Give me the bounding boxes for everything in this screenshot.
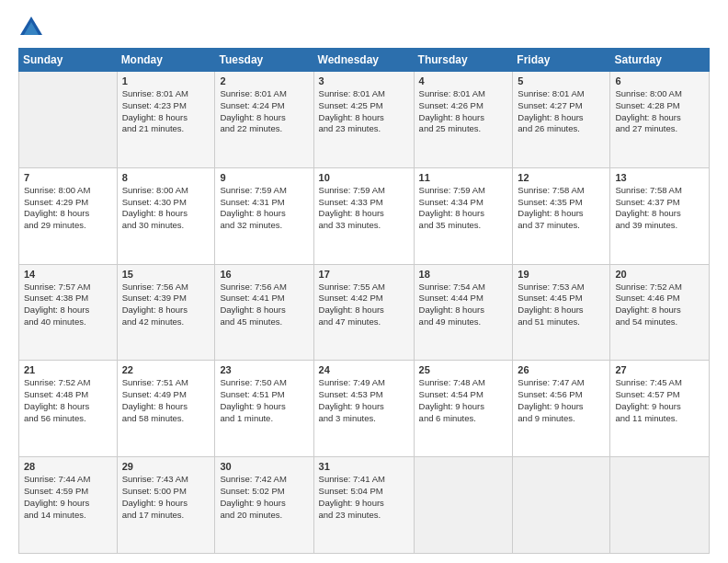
day-number: 31 — [319, 461, 409, 472]
day-info: Sunrise: 7:56 AM Sunset: 4:39 PM Dayligh… — [122, 282, 210, 328]
day-number: 28 — [24, 461, 112, 472]
calendar-week-2: 7Sunrise: 8:00 AM Sunset: 4:29 PM Daylig… — [19, 167, 710, 264]
day-number: 9 — [220, 172, 308, 183]
calendar-header-row: SundayMondayTuesdayWednesdayThursdayFrid… — [19, 49, 710, 72]
calendar-cell: 30Sunrise: 7:42 AM Sunset: 5:02 PM Dayli… — [215, 457, 313, 554]
calendar-cell — [610, 457, 710, 554]
day-info: Sunrise: 7:45 AM Sunset: 4:57 PM Dayligh… — [615, 377, 704, 424]
calendar-week-4: 21Sunrise: 7:52 AM Sunset: 4:48 PM Dayli… — [19, 361, 710, 457]
header-saturday: Saturday — [610, 49, 710, 72]
header-sunday: Sunday — [19, 49, 118, 72]
day-info: Sunrise: 7:43 AM Sunset: 5:00 PM Dayligh… — [122, 474, 210, 521]
calendar-cell — [513, 457, 610, 554]
day-number: 22 — [122, 364, 210, 375]
calendar-cell: 8Sunrise: 8:00 AM Sunset: 4:30 PM Daylig… — [117, 167, 215, 264]
day-number: 19 — [518, 269, 605, 280]
calendar-cell: 6Sunrise: 8:00 AM Sunset: 4:28 PM Daylig… — [610, 72, 710, 168]
day-info: Sunrise: 7:42 AM Sunset: 5:02 PM Dayligh… — [220, 474, 308, 521]
day-number: 3 — [319, 75, 409, 86]
day-number: 13 — [615, 172, 704, 183]
day-info: Sunrise: 8:00 AM Sunset: 4:29 PM Dayligh… — [24, 185, 112, 232]
calendar-week-1: 1Sunrise: 8:01 AM Sunset: 4:23 PM Daylig… — [19, 72, 710, 168]
calendar-cell: 5Sunrise: 8:01 AM Sunset: 4:27 PM Daylig… — [513, 72, 610, 168]
calendar-cell: 21Sunrise: 7:52 AM Sunset: 4:48 PM Dayli… — [19, 361, 118, 457]
day-info: Sunrise: 7:44 AM Sunset: 4:59 PM Dayligh… — [24, 474, 112, 521]
calendar-cell: 10Sunrise: 7:59 AM Sunset: 4:33 PM Dayli… — [313, 167, 414, 264]
day-info: Sunrise: 8:01 AM Sunset: 4:25 PM Dayligh… — [319, 88, 409, 135]
calendar-cell — [414, 457, 513, 554]
calendar-cell: 13Sunrise: 7:58 AM Sunset: 4:37 PM Dayli… — [610, 167, 710, 264]
day-info: Sunrise: 7:51 AM Sunset: 4:49 PM Dayligh… — [122, 377, 210, 424]
day-info: Sunrise: 7:59 AM Sunset: 4:34 PM Dayligh… — [419, 185, 508, 232]
calendar-cell: 31Sunrise: 7:41 AM Sunset: 5:04 PM Dayli… — [313, 457, 414, 554]
day-number: 30 — [220, 461, 308, 472]
header-friday: Friday — [513, 49, 610, 72]
day-info: Sunrise: 7:53 AM Sunset: 4:45 PM Dayligh… — [518, 282, 605, 328]
day-number: 8 — [122, 172, 210, 183]
calendar-cell: 1Sunrise: 8:01 AM Sunset: 4:23 PM Daylig… — [117, 72, 215, 168]
day-number: 18 — [419, 269, 508, 280]
day-number: 25 — [419, 364, 508, 375]
calendar-week-3: 14Sunrise: 7:57 AM Sunset: 4:38 PM Dayli… — [19, 264, 710, 361]
calendar-cell: 9Sunrise: 7:59 AM Sunset: 4:31 PM Daylig… — [215, 167, 313, 264]
calendar-cell: 16Sunrise: 7:56 AM Sunset: 4:41 PM Dayli… — [215, 264, 313, 361]
day-number: 11 — [419, 172, 508, 183]
calendar-cell: 18Sunrise: 7:54 AM Sunset: 4:44 PM Dayli… — [414, 264, 513, 361]
calendar-cell: 7Sunrise: 8:00 AM Sunset: 4:29 PM Daylig… — [19, 167, 118, 264]
day-info: Sunrise: 7:59 AM Sunset: 4:33 PM Dayligh… — [319, 185, 409, 232]
calendar-cell — [19, 72, 118, 168]
calendar: SundayMondayTuesdayWednesdayThursdayFrid… — [18, 48, 710, 554]
calendar-cell: 3Sunrise: 8:01 AM Sunset: 4:25 PM Daylig… — [313, 72, 414, 168]
day-info: Sunrise: 8:01 AM Sunset: 4:23 PM Dayligh… — [122, 88, 210, 135]
day-number: 14 — [24, 269, 112, 280]
calendar-cell: 23Sunrise: 7:50 AM Sunset: 4:51 PM Dayli… — [215, 361, 313, 457]
calendar-cell: 22Sunrise: 7:51 AM Sunset: 4:49 PM Dayli… — [117, 361, 215, 457]
calendar-body: 1Sunrise: 8:01 AM Sunset: 4:23 PM Daylig… — [19, 72, 710, 554]
calendar-cell: 4Sunrise: 8:01 AM Sunset: 4:26 PM Daylig… — [414, 72, 513, 168]
day-number: 21 — [24, 364, 112, 375]
day-info: Sunrise: 7:48 AM Sunset: 4:54 PM Dayligh… — [419, 377, 508, 424]
day-info: Sunrise: 8:01 AM Sunset: 4:26 PM Dayligh… — [419, 88, 508, 135]
day-info: Sunrise: 7:55 AM Sunset: 4:42 PM Dayligh… — [319, 282, 409, 328]
calendar-cell: 28Sunrise: 7:44 AM Sunset: 4:59 PM Dayli… — [19, 457, 118, 554]
header-wednesday: Wednesday — [313, 49, 414, 72]
calendar-cell: 26Sunrise: 7:47 AM Sunset: 4:56 PM Dayli… — [513, 361, 610, 457]
day-number: 16 — [220, 269, 308, 280]
day-info: Sunrise: 7:41 AM Sunset: 5:04 PM Dayligh… — [319, 474, 409, 521]
day-number: 26 — [518, 364, 605, 375]
calendar-cell: 14Sunrise: 7:57 AM Sunset: 4:38 PM Dayli… — [19, 264, 118, 361]
day-info: Sunrise: 7:56 AM Sunset: 4:41 PM Dayligh… — [220, 282, 308, 328]
day-number: 27 — [615, 364, 704, 375]
calendar-cell: 17Sunrise: 7:55 AM Sunset: 4:42 PM Dayli… — [313, 264, 414, 361]
day-number: 1 — [122, 75, 210, 86]
day-number: 6 — [615, 75, 704, 86]
day-number: 23 — [220, 364, 308, 375]
day-number: 24 — [319, 364, 409, 375]
day-info: Sunrise: 7:58 AM Sunset: 4:37 PM Dayligh… — [615, 185, 704, 232]
day-number: 7 — [24, 172, 112, 183]
day-info: Sunrise: 8:01 AM Sunset: 4:24 PM Dayligh… — [220, 88, 308, 135]
day-info: Sunrise: 8:01 AM Sunset: 4:27 PM Dayligh… — [518, 88, 605, 135]
calendar-cell: 2Sunrise: 8:01 AM Sunset: 4:24 PM Daylig… — [215, 72, 313, 168]
header-thursday: Thursday — [414, 49, 513, 72]
calendar-cell: 29Sunrise: 7:43 AM Sunset: 5:00 PM Dayli… — [117, 457, 215, 554]
day-number: 12 — [518, 172, 605, 183]
logo — [18, 15, 48, 40]
day-number: 4 — [419, 75, 508, 86]
day-info: Sunrise: 7:47 AM Sunset: 4:56 PM Dayligh… — [518, 377, 605, 424]
day-number: 29 — [122, 461, 210, 472]
day-number: 17 — [319, 269, 409, 280]
calendar-cell: 12Sunrise: 7:58 AM Sunset: 4:35 PM Dayli… — [513, 167, 610, 264]
day-number: 10 — [319, 172, 409, 183]
day-info: Sunrise: 7:59 AM Sunset: 4:31 PM Dayligh… — [220, 185, 308, 232]
day-info: Sunrise: 7:57 AM Sunset: 4:38 PM Dayligh… — [24, 282, 112, 328]
day-number: 15 — [122, 269, 210, 280]
calendar-cell: 20Sunrise: 7:52 AM Sunset: 4:46 PM Dayli… — [610, 264, 710, 361]
calendar-cell: 25Sunrise: 7:48 AM Sunset: 4:54 PM Dayli… — [414, 361, 513, 457]
calendar-cell: 24Sunrise: 7:49 AM Sunset: 4:53 PM Dayli… — [313, 361, 414, 457]
day-number: 5 — [518, 75, 605, 86]
calendar-cell: 19Sunrise: 7:53 AM Sunset: 4:45 PM Dayli… — [513, 264, 610, 361]
logo-icon — [18, 15, 44, 40]
day-info: Sunrise: 8:00 AM Sunset: 4:30 PM Dayligh… — [122, 185, 210, 232]
day-info: Sunrise: 7:58 AM Sunset: 4:35 PM Dayligh… — [518, 185, 605, 232]
